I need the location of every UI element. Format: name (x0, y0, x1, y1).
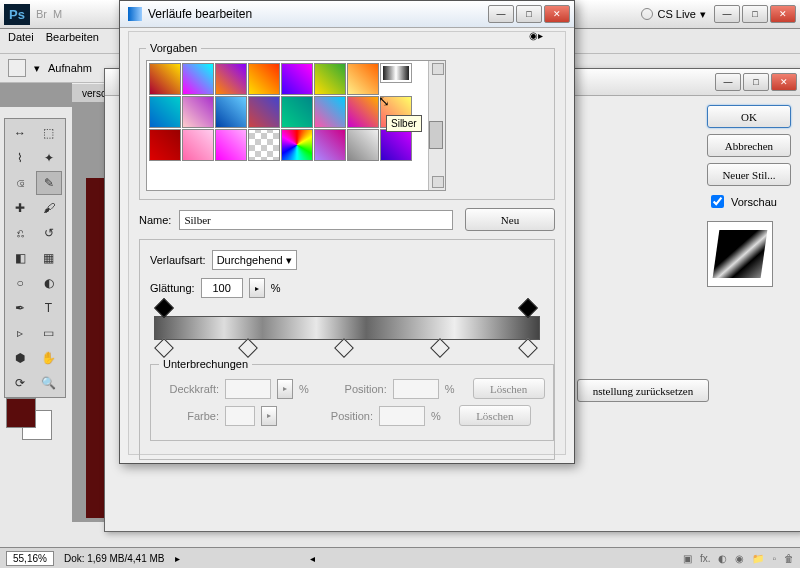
preset-swatch[interactable] (347, 96, 379, 128)
minimize-button[interactable]: — (714, 5, 740, 23)
preset-swatch[interactable] (380, 63, 412, 83)
preset-swatch[interactable] (347, 129, 379, 161)
tool-gradient[interactable]: ▦ (36, 246, 62, 270)
preset-swatch[interactable] (347, 63, 379, 95)
preset-swatch[interactable] (215, 63, 247, 95)
dlg2-minimize[interactable]: — (715, 73, 741, 91)
preset-swatch[interactable] (314, 129, 346, 161)
dlg2-newstyle-button[interactable]: Neuer Stil... (707, 163, 791, 186)
tool-heal[interactable]: ✚ (7, 196, 33, 220)
mask-icon[interactable]: ◐ (718, 553, 727, 564)
maximize-button[interactable]: □ (742, 5, 768, 23)
type-select[interactable]: Durchgehend ▾ (212, 250, 297, 270)
app-window-controls: — □ ✕ (714, 5, 796, 23)
color-stop[interactable] (334, 338, 354, 358)
reset-button[interactable]: nstellung zurücksetzen (577, 379, 709, 402)
tool-wand[interactable]: ✦ (36, 146, 62, 170)
preset-swatch[interactable] (248, 63, 280, 95)
preset-swatch[interactable] (314, 96, 346, 128)
preset-swatch[interactable] (182, 96, 214, 128)
tool-hand[interactable]: ✋ (36, 346, 62, 370)
preview-checkbox[interactable]: Vorschau (707, 192, 791, 211)
preset-swatch[interactable] (215, 96, 247, 128)
color-swatches[interactable] (6, 398, 56, 438)
color-stop[interactable] (154, 338, 174, 358)
folder-icon[interactable]: 📁 (752, 553, 764, 564)
preset-swatch[interactable] (182, 129, 214, 161)
tool-3d[interactable]: ⬢ (7, 346, 33, 370)
dlg-close[interactable]: ✕ (544, 5, 570, 23)
tool-eyedropper[interactable]: ✎ (36, 171, 62, 195)
tool-stamp[interactable]: ⎌ (7, 221, 33, 245)
foreground-color[interactable] (6, 398, 36, 428)
preset-swatch[interactable] (149, 63, 181, 95)
color-label: Farbe: (159, 410, 219, 422)
preset-swatch[interactable] (248, 129, 280, 161)
preset-swatch[interactable] (149, 129, 181, 161)
tool-rotate[interactable]: ⟳ (7, 371, 33, 395)
color-stop[interactable] (430, 338, 450, 358)
fx-icon[interactable]: fx. (700, 553, 711, 564)
gradient-dialog-title: Verläufe bearbeiten (148, 7, 252, 21)
preset-swatch[interactable] (149, 96, 181, 128)
ps-logo: Ps (4, 4, 30, 25)
tool-shape[interactable]: ▭ (36, 321, 62, 345)
preset-tooltip: Silber (386, 115, 422, 132)
close-button[interactable]: ✕ (770, 5, 796, 23)
tool-pen[interactable]: ✒ (7, 296, 33, 320)
opacity-stop[interactable] (519, 298, 539, 318)
tool-move[interactable]: ↔ (7, 121, 33, 145)
preset-swatch[interactable] (380, 129, 412, 161)
preset-swatch[interactable] (248, 96, 280, 128)
minibridge-shortcut[interactable]: M (53, 8, 62, 20)
tool-crop[interactable]: ⟃ (7, 171, 33, 195)
color-stop[interactable] (238, 338, 258, 358)
dlg2-ok-button[interactable]: OK (707, 105, 791, 128)
bridge-shortcut[interactable]: Br (36, 8, 47, 20)
preset-swatch[interactable] (182, 63, 214, 95)
zoom-field[interactable]: 55,16% (6, 551, 54, 566)
position-input-2 (379, 406, 425, 426)
smooth-input[interactable]: 100 (201, 278, 243, 298)
dlg2-maximize[interactable]: □ (743, 73, 769, 91)
newlayer-icon[interactable]: ▫ (772, 553, 776, 564)
dlg2-close[interactable]: ✕ (771, 73, 797, 91)
tool-path[interactable]: ▹ (7, 321, 33, 345)
preset-swatch[interactable] (281, 129, 313, 161)
tool-lasso[interactable]: ⌇ (7, 146, 33, 170)
preset-swatch[interactable] (281, 96, 313, 128)
eyedropper-icon (8, 59, 26, 77)
tool-blur[interactable]: ○ (7, 271, 33, 295)
status-iconstrip: ▣ fx. ◐ ◉ 📁 ▫ 🗑 (683, 553, 794, 564)
smooth-stepper[interactable]: ▸ (249, 278, 265, 298)
preset-swatch[interactable] (281, 63, 313, 95)
tool-type[interactable]: T (36, 296, 62, 320)
position-label: Position: (327, 383, 387, 395)
gradient-settings: Verlaufsart: Durchgehend ▾ Glättung: 100… (139, 239, 555, 460)
preset-scrollbar[interactable] (428, 61, 445, 190)
preset-swatch[interactable] (215, 129, 247, 161)
cslive-menu[interactable]: CS Live ▾ (641, 8, 706, 21)
dlg-minimize[interactable]: — (488, 5, 514, 23)
toolbox: ↔⬚ ⌇✦ ⟃✎ ✚🖌 ⎌↺ ◧▦ ○◐ ✒T ▹▭ ⬢✋ ⟳🔍 (4, 118, 66, 398)
name-input[interactable] (179, 210, 453, 230)
dlg-maximize[interactable]: □ (516, 5, 542, 23)
preset-swatch[interactable] (314, 63, 346, 95)
opacity-stop[interactable] (154, 298, 174, 318)
color-stop[interactable] (519, 338, 539, 358)
adjust-icon[interactable]: ◉ (735, 553, 744, 564)
menu-file[interactable]: Datei (8, 31, 34, 51)
tool-history[interactable]: ↺ (36, 221, 62, 245)
gradient-bar[interactable] (154, 316, 540, 340)
trash-icon[interactable]: 🗑 (784, 553, 794, 564)
tool-zoom[interactable]: 🔍 (36, 371, 62, 395)
new-button[interactable]: Neu (465, 208, 555, 231)
tool-brush[interactable]: 🖌 (36, 196, 62, 220)
presets-menu-icon[interactable]: ◉▸ (529, 30, 543, 41)
tool-dodge[interactable]: ◐ (36, 271, 62, 295)
menu-edit[interactable]: Bearbeiten (46, 31, 99, 51)
layers-icon[interactable]: ▣ (683, 553, 692, 564)
tool-marquee[interactable]: ⬚ (36, 121, 62, 145)
tool-eraser[interactable]: ◧ (7, 246, 33, 270)
dlg2-cancel-button[interactable]: Abbrechen (707, 134, 791, 157)
